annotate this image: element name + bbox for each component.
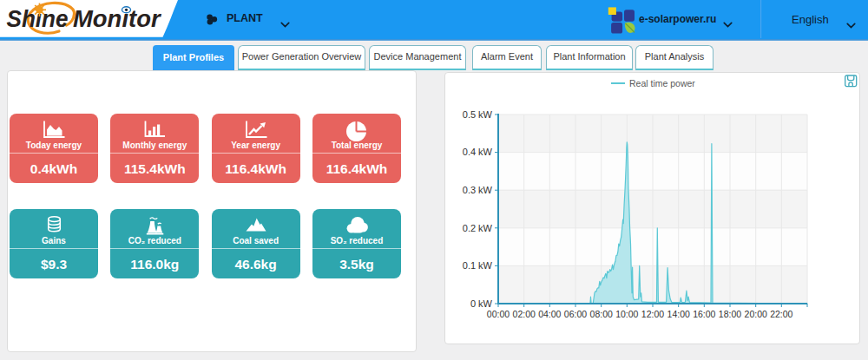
svg-text:10:00: 10:00 (615, 309, 638, 319)
svg-text:14:00: 14:00 (667, 309, 690, 319)
svg-text:16:00: 16:00 (693, 309, 715, 319)
svg-text:0.5 kW: 0.5 kW (463, 109, 493, 120)
svg-text:0.1 kW: 0.1 kW (463, 260, 493, 271)
svg-text:22:00: 22:00 (770, 309, 792, 319)
svg-text:18:00: 18:00 (719, 309, 741, 319)
svg-text:20:00: 20:00 (745, 309, 767, 319)
svg-text:00:00: 00:00 (487, 309, 510, 319)
svg-text:0 kW: 0 kW (470, 298, 493, 309)
svg-text:Monıtor: Monıtor (73, 5, 162, 32)
svg-text:04:00: 04:00 (538, 309, 561, 319)
svg-text:0.3 kW: 0.3 kW (463, 185, 493, 195)
svg-text:08:00: 08:00 (590, 309, 613, 319)
svg-text:06:00: 06:00 (564, 309, 587, 319)
svg-text:12:00: 12:00 (641, 309, 664, 319)
svg-text:Real time power: Real time power (629, 78, 695, 88)
svg-text:0.2 kW: 0.2 kW (463, 223, 493, 233)
svg-text:02:00: 02:00 (513, 309, 536, 319)
svg-text:0.4 kW: 0.4 kW (463, 147, 493, 157)
